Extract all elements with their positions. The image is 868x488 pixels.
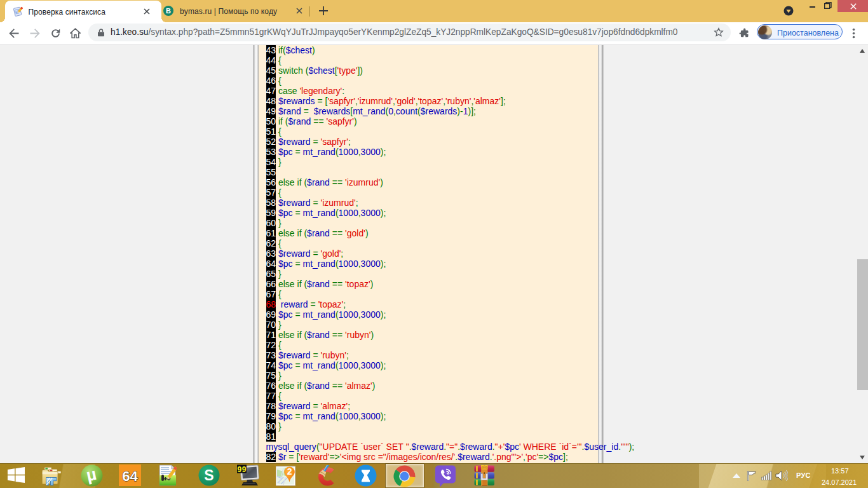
svg-text:S: S [204, 467, 214, 484]
svg-text:B: B [166, 7, 171, 15]
svg-text:64: 64 [122, 468, 138, 484]
svg-text:2: 2 [287, 466, 292, 477]
svg-text:99: 99 [237, 466, 246, 475]
